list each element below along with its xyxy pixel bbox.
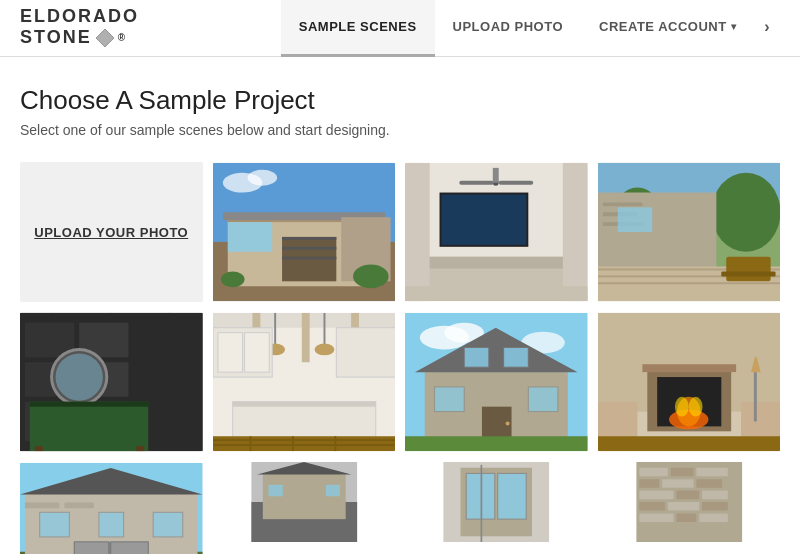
svg-rect-11 — [282, 257, 336, 260]
svg-rect-62 — [136, 446, 144, 451]
svg-rect-135 — [639, 468, 668, 477]
svg-point-14 — [353, 265, 389, 289]
scene-stone-house-image — [20, 462, 203, 554]
svg-rect-144 — [639, 502, 665, 511]
svg-rect-136 — [670, 468, 693, 477]
svg-rect-26 — [563, 163, 588, 301]
svg-rect-61 — [35, 446, 43, 451]
svg-rect-137 — [696, 468, 727, 477]
svg-rect-118 — [99, 512, 124, 537]
nav-item-more[interactable]: › — [754, 0, 780, 57]
svg-rect-33 — [602, 202, 641, 206]
navigation: SAMPLE SCENES UPLOAD PHOTO CREATE ACCOUN… — [281, 0, 780, 57]
svg-marker-0 — [96, 29, 114, 47]
scene-dark-interior[interactable] — [20, 312, 203, 452]
svg-rect-12 — [227, 222, 271, 252]
svg-rect-41 — [726, 257, 770, 282]
scene-stone-closeup[interactable] — [598, 462, 781, 542]
svg-point-104 — [688, 397, 702, 417]
scene-exterior-4-image — [213, 462, 396, 542]
svg-rect-146 — [702, 502, 728, 511]
svg-rect-105 — [642, 364, 736, 372]
upload-tile-label: UPLOAD YOUR PHOTO — [34, 225, 188, 240]
page-title: Choose A Sample Project — [20, 85, 780, 116]
scene-outdoor-patio-image — [598, 162, 781, 302]
svg-rect-115 — [25, 502, 60, 508]
svg-rect-139 — [662, 479, 693, 488]
scene-stone-house[interactable] — [20, 462, 203, 554]
svg-rect-68 — [274, 313, 276, 348]
scene-living-room[interactable] — [405, 162, 588, 302]
svg-rect-131 — [466, 473, 495, 519]
svg-rect-78 — [213, 436, 396, 451]
svg-rect-96 — [405, 436, 588, 451]
svg-rect-127 — [268, 485, 282, 496]
scene-exterior-4[interactable] — [213, 462, 396, 542]
svg-rect-75 — [336, 328, 395, 377]
svg-rect-138 — [639, 479, 659, 488]
scene-outdoor-patio[interactable] — [598, 162, 781, 302]
svg-rect-128 — [325, 485, 339, 496]
svg-point-15 — [220, 271, 244, 287]
logo-text: ELDORADO STONE ® — [20, 7, 139, 49]
svg-rect-140 — [696, 479, 722, 488]
svg-rect-74 — [244, 333, 269, 372]
scene-kitchen-image — [213, 312, 396, 452]
svg-point-103 — [674, 397, 688, 417]
svg-rect-66 — [301, 313, 309, 362]
nav-item-create-account[interactable]: CREATE ACCOUNT ▾ — [581, 0, 754, 57]
svg-rect-25 — [405, 163, 430, 301]
svg-rect-81 — [249, 436, 251, 451]
svg-rect-36 — [617, 207, 652, 232]
svg-point-58 — [56, 353, 103, 400]
svg-rect-145 — [667, 502, 698, 511]
svg-rect-108 — [598, 436, 781, 451]
svg-rect-117 — [40, 512, 70, 537]
scene-window-detail[interactable] — [405, 462, 588, 542]
svg-point-71 — [314, 344, 334, 356]
svg-rect-91 — [504, 347, 529, 367]
scene-grid: UPLOAD YOUR PHOTO — [20, 162, 780, 554]
svg-rect-93 — [528, 387, 558, 412]
svg-rect-18 — [459, 181, 494, 185]
svg-rect-132 — [498, 473, 527, 519]
scene-kitchen[interactable] — [213, 312, 396, 452]
svg-rect-83 — [334, 436, 336, 451]
svg-rect-142 — [676, 491, 699, 500]
svg-rect-60 — [30, 402, 148, 407]
svg-rect-149 — [699, 513, 728, 522]
chevron-down-icon: ▾ — [731, 21, 737, 32]
page-subtitle: Select one of our sample scenes below an… — [20, 122, 780, 138]
svg-rect-133 — [481, 465, 483, 542]
scene-modern-house[interactable] — [213, 162, 396, 302]
scene-living-fireplace[interactable] — [598, 312, 781, 452]
svg-rect-69 — [323, 313, 325, 348]
svg-rect-116 — [64, 502, 94, 508]
svg-rect-121 — [74, 542, 109, 554]
svg-point-95 — [506, 421, 510, 425]
svg-rect-109 — [753, 372, 756, 421]
svg-rect-42 — [721, 271, 775, 276]
svg-rect-77 — [232, 402, 375, 407]
upload-your-photo-tile[interactable]: UPLOAD YOUR PHOTO — [20, 162, 203, 302]
svg-rect-147 — [639, 513, 673, 522]
svg-rect-76 — [232, 402, 375, 441]
svg-rect-20 — [493, 168, 499, 183]
nav-item-sample-scenes[interactable]: SAMPLE SCENES — [281, 0, 435, 57]
scene-dark-interior-image — [20, 312, 203, 452]
svg-rect-59 — [30, 402, 148, 451]
scene-window-detail-image — [405, 462, 588, 542]
svg-rect-122 — [111, 542, 148, 554]
scene-farmhouse[interactable] — [405, 312, 588, 452]
svg-rect-22 — [442, 195, 527, 245]
svg-rect-90 — [464, 347, 489, 367]
main-content: Choose A Sample Project Select one of ou… — [0, 57, 800, 554]
scene-modern-house-image — [213, 162, 396, 302]
svg-rect-141 — [639, 491, 673, 500]
svg-point-4 — [247, 170, 277, 186]
nav-item-upload-photo[interactable]: UPLOAD PHOTO — [435, 0, 582, 57]
svg-rect-73 — [217, 333, 242, 372]
scene-stone-closeup-image — [598, 462, 781, 542]
svg-rect-82 — [291, 436, 293, 451]
scene-living-room-image — [405, 162, 588, 302]
